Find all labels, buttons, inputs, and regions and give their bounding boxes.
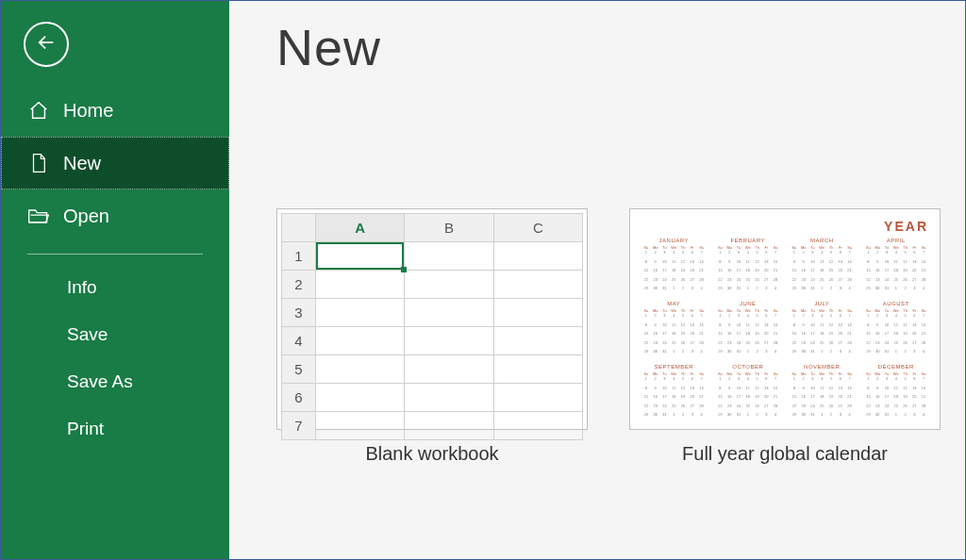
nav-save-as[interactable]: Save As <box>1 358 229 405</box>
calendar-month-name: JANUARY <box>641 238 707 243</box>
grid-preview: A B C 1 2 3 4 5 <box>281 213 583 440</box>
calendar-month: AUGUSTSuMoTuWeThFrSa12345678910111213141… <box>864 301 929 358</box>
nav-open-label: Open <box>63 206 109 227</box>
calendar-days: 1234567891011121314151617181920212223242… <box>641 313 707 358</box>
folder-open-icon <box>27 205 50 227</box>
grid-col-header: C <box>493 214 582 242</box>
template-calendar-thumb: YEAR JANUARYSuMoTuWeThFrSa12345678910111… <box>629 208 941 430</box>
calendar-month-name: OCTOBER <box>716 364 781 370</box>
calendar-days: 1234567891011121314151617181920212223242… <box>864 376 929 421</box>
nav-divider <box>27 254 203 255</box>
calendar-month-name: FEBRUARY <box>716 238 781 243</box>
home-icon <box>27 99 50 122</box>
calendar-days: 1234567891011121314151617181920212223242… <box>790 250 855 295</box>
calendar-month: APRILSuMoTuWeThFrSa123456789101112131415… <box>864 238 929 295</box>
calendar-month: JULYSuMoTuWeThFrSa1234567891011121314151… <box>790 301 855 358</box>
nav-home-label: Home <box>63 100 113 122</box>
calendar-month: MARCHSuMoTuWeThFrSa123456789101112131415… <box>790 238 855 295</box>
calendar-month-name: DECEMBER <box>864 364 929 370</box>
nav-new-label: New <box>63 153 101 174</box>
template-blank-label: Blank workbook <box>365 443 498 465</box>
calendar-month: OCTOBERSuMoTuWeThFrSa1234567891011121314… <box>716 364 781 421</box>
nav-secondary: Info Save Save As Print <box>1 264 229 453</box>
nav-print[interactable]: Print <box>1 405 229 453</box>
calendar-month: MAYSuMoTuWeThFrSa12345678910111213141516… <box>641 301 707 358</box>
templates-row: A B C 1 2 3 4 5 <box>276 208 927 465</box>
grid-cell <box>493 242 582 271</box>
calendar-months-grid: JANUARYSuMoTuWeThFrSa1234567891011121314… <box>641 238 928 421</box>
template-calendar[interactable]: YEAR JANUARYSuMoTuWeThFrSa12345678910111… <box>629 208 941 465</box>
grid-corner <box>282 214 316 242</box>
grid-selected-cell <box>316 242 405 271</box>
calendar-days: 1234567891011121314151617181920212223242… <box>790 376 855 421</box>
calendar-days: 1234567891011121314151617181920212223242… <box>716 376 781 421</box>
calendar-days: 1234567891011121314151617181920212223242… <box>716 250 781 295</box>
calendar-month-name: MAY <box>641 301 707 306</box>
calendar-month-name: AUGUST <box>864 301 929 306</box>
grid-row-header: 3 <box>282 299 316 327</box>
nav-open[interactable]: Open <box>1 189 229 242</box>
calendar-month-name: APRIL <box>864 238 929 243</box>
grid-cell <box>405 242 493 271</box>
nav-primary: Home New Open <box>1 84 229 242</box>
grid-row-header: 7 <box>282 412 316 440</box>
nav-save[interactable]: Save <box>1 311 229 358</box>
grid-row-header: 1 <box>282 242 316 271</box>
backstage-main: New A B C 1 <box>229 1 965 559</box>
file-icon <box>27 152 50 174</box>
arrow-left-icon <box>36 32 57 57</box>
calendar-days: 1234567891011121314151617181920212223242… <box>716 313 781 358</box>
calendar-days: 1234567891011121314151617181920212223242… <box>864 313 929 358</box>
nav-save-label: Save <box>67 324 108 344</box>
calendar-month: NOVEMBERSuMoTuWeThFrSa123456789101112131… <box>790 364 855 421</box>
nav-new[interactable]: New <box>1 137 229 189</box>
grid-row-header: 5 <box>282 355 316 384</box>
calendar-days: 1234567891011121314151617181920212223242… <box>641 376 707 421</box>
calendar-month-name: JUNE <box>716 301 781 306</box>
grid-row-header: 2 <box>282 271 316 299</box>
template-blank-workbook[interactable]: A B C 1 2 3 4 5 <box>276 208 588 465</box>
grid-col-header: B <box>405 214 493 242</box>
calendar-month-name: JULY <box>790 301 855 306</box>
calendar-days: 1234567891011121314151617181920212223242… <box>790 313 855 358</box>
page-title: New <box>276 18 927 76</box>
app-root: Home New Open <box>1 1 965 559</box>
grid-col-header: A <box>316 214 405 242</box>
nav-print-label: Print <box>67 419 104 438</box>
calendar-month-name: SEPTEMBER <box>641 364 707 370</box>
calendar-month: FEBRUARYSuMoTuWeThFrSa123456789101112131… <box>716 238 781 295</box>
calendar-month: JANUARYSuMoTuWeThFrSa1234567891011121314… <box>641 238 707 295</box>
template-calendar-label: Full year global calendar <box>682 443 888 465</box>
calendar-month: JUNESuMoTuWeThFrSa1234567891011121314151… <box>716 301 781 358</box>
calendar-month: SEPTEMBERSuMoTuWeThFrSa12345678910111213… <box>641 364 707 421</box>
calendar-month-name: MARCH <box>790 238 855 243</box>
calendar-month-name: NOVEMBER <box>790 364 855 370</box>
calendar-days: 1234567891011121314151617181920212223242… <box>864 250 929 295</box>
nav-info-label: Info <box>67 277 97 297</box>
calendar-days: 1234567891011121314151617181920212223242… <box>641 250 707 295</box>
backstage-sidebar: Home New Open <box>1 1 229 559</box>
nav-save-as-label: Save As <box>67 371 133 391</box>
back-button[interactable] <box>24 22 69 67</box>
grid-row-header: 6 <box>282 384 316 412</box>
calendar-year-label: YEAR <box>641 219 928 234</box>
nav-info[interactable]: Info <box>1 264 229 311</box>
calendar-month: DECEMBERSuMoTuWeThFrSa123456789101112131… <box>864 364 929 421</box>
calendar-preview: YEAR JANUARYSuMoTuWeThFrSa12345678910111… <box>634 213 936 425</box>
grid-row-header: 4 <box>282 327 316 355</box>
template-blank-thumb: A B C 1 2 3 4 5 <box>276 208 588 430</box>
nav-home[interactable]: Home <box>1 84 229 137</box>
